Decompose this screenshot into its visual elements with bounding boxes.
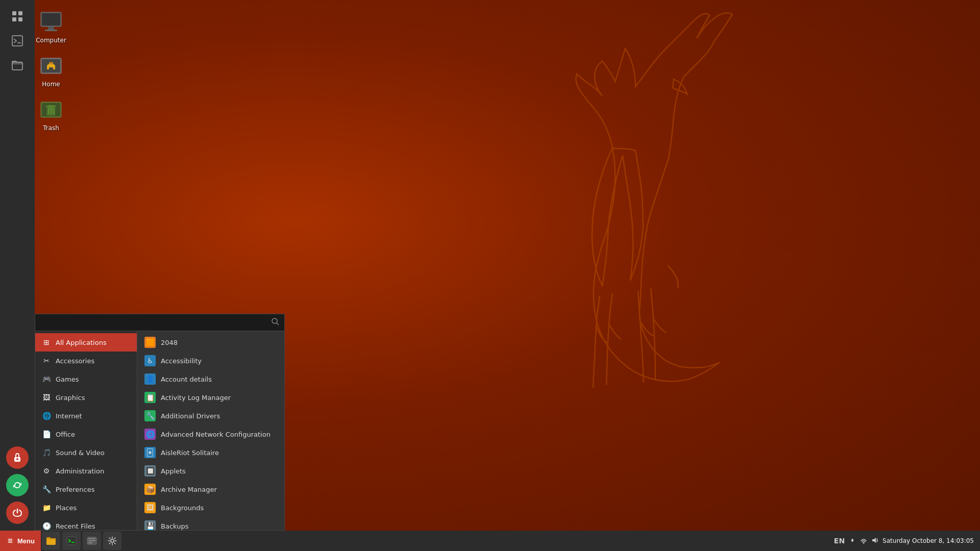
app-icon-app-accessibility: ♿ — [144, 355, 156, 366]
category-item-graphics[interactable]: 🖼 Graphics — [35, 388, 137, 407]
svg-point-21 — [16, 458, 18, 460]
sidebar-lock-btn[interactable] — [6, 446, 29, 469]
app-label-app-adv-network: Advanced Network Configuration — [161, 431, 271, 438]
svg-rect-19 — [12, 62, 22, 70]
category-item-internet[interactable]: 🌐 Internet — [35, 407, 137, 425]
app-label-app-activity-log: Activity Log Manager — [161, 394, 231, 402]
app-icon-app-backups: 💾 — [144, 520, 156, 530]
cat-label-graphics: Graphics — [56, 394, 85, 402]
computer-icon-label: Computer — [36, 37, 66, 44]
cat-label-internet: Internet — [56, 412, 82, 420]
svg-point-32 — [111, 539, 114, 542]
search-bar — [35, 314, 284, 331]
cat-icon-games: 🎮 — [41, 374, 52, 384]
svg-rect-30 — [88, 540, 95, 541]
svg-rect-3 — [45, 30, 57, 31]
cat-icon-all: ⊞ — [41, 337, 52, 347]
app-icon-app-archive-manager: 📦 — [144, 484, 156, 495]
category-item-all[interactable]: ⊞ All Applications — [35, 333, 137, 352]
tray-brightness[interactable] — [849, 537, 856, 545]
taskbar-terminal-btn[interactable] — [62, 532, 81, 550]
home-icon — [39, 54, 63, 79]
app-item-app-accessibility[interactable]: ♿ Accessibility — [137, 352, 284, 370]
app-item-app-backups[interactable]: 💾 Backups — [137, 517, 284, 530]
menu-label: Menu — [17, 537, 35, 545]
app-label-app-account: Account details — [161, 375, 212, 383]
app-icon-app-applets: 🔲 — [144, 465, 156, 477]
app-icon-app-2048: 🟧 — [144, 337, 156, 348]
cat-icon-places: 📁 — [41, 503, 52, 513]
svg-rect-13 — [12, 11, 16, 15]
cat-icon-graphics: 🖼 — [41, 392, 52, 403]
search-input[interactable] — [40, 318, 271, 327]
app-item-app-additional-drivers[interactable]: 🔧 Additional Drivers — [137, 407, 284, 425]
taskbar-settings-btn[interactable] — [103, 532, 121, 550]
app-label-app-backups: Backups — [161, 522, 188, 530]
home-icon-label: Home — [42, 81, 60, 88]
svg-rect-14 — [18, 11, 22, 15]
sidebar-power-btn[interactable] — [6, 502, 29, 524]
desktop: Computer Home — [0, 0, 980, 551]
category-item-office[interactable]: 📄 Office — [35, 425, 137, 443]
tray-volume[interactable] — [871, 537, 878, 545]
category-item-accessories[interactable]: ✂ Accessories — [35, 352, 137, 370]
sidebar-terminal-btn[interactable] — [6, 30, 29, 52]
app-icon-app-activity-log: 📋 — [144, 392, 156, 403]
svg-rect-26 — [67, 537, 76, 545]
taskbar-manager-btn[interactable] — [83, 532, 101, 550]
tray-lang[interactable]: EN — [834, 537, 845, 545]
app-label-app-additional-drivers: Additional Drivers — [161, 412, 220, 420]
sidebar-apps-btn[interactable] — [6, 5, 29, 28]
desktop-icon-computer[interactable]: Computer — [31, 10, 71, 44]
app-item-app-backgrounds[interactable]: 🖼 Backgrounds — [137, 498, 284, 517]
trash-icon-label: Trash — [43, 124, 59, 132]
app-icon-app-backgrounds: 🖼 — [144, 502, 156, 513]
app-item-app-activity-log[interactable]: 📋 Activity Log Manager — [137, 388, 284, 407]
app-item-app-adv-network[interactable]: 🌐 Advanced Network Configuration — [137, 425, 284, 443]
trash-icon — [39, 98, 63, 122]
svg-line-23 — [277, 323, 279, 325]
antelope-decoration — [419, 0, 878, 459]
cat-label-recent-files: Recent Files — [56, 522, 95, 530]
cat-icon-office: 📄 — [41, 429, 52, 439]
svg-rect-6 — [49, 62, 53, 64]
cat-label-accessories: Accessories — [56, 357, 94, 365]
app-label-app-backgrounds: Backgrounds — [161, 504, 204, 512]
svg-rect-17 — [12, 36, 22, 46]
category-item-sound-video[interactable]: 🎵 Sound & Video — [35, 443, 137, 462]
apps-panel: 🟧 2048 ♿ Accessibility 👤 Account details… — [137, 331, 284, 530]
taskbar-files-btn[interactable] — [42, 532, 60, 550]
sidebar-update-btn[interactable] — [6, 474, 29, 496]
sidebar-files-btn[interactable] — [6, 54, 29, 77]
taskbar-time: Saturday October 8, 14:03:05 — [883, 537, 974, 544]
cat-label-sound-video: Sound & Video — [56, 449, 105, 457]
app-item-app-account[interactable]: 👤 Account details — [137, 370, 284, 388]
category-item-administration[interactable]: ⚙ Administration — [35, 462, 137, 480]
cat-label-preferences: Preferences — [56, 486, 94, 493]
cat-label-places: Places — [56, 504, 77, 512]
category-item-games[interactable]: 🎮 Games — [35, 370, 137, 388]
app-label-app-aisle-riot: AisleRiot Solitaire — [161, 449, 219, 457]
svg-rect-16 — [18, 17, 22, 21]
menu-button[interactable]: Menu — [0, 531, 41, 551]
app-menu: ⊞ All Applications ✂ Accessories 🎮 Games… — [35, 314, 285, 531]
category-item-recent-files[interactable]: 🕐 Recent Files — [35, 517, 137, 530]
app-item-app-archive-manager[interactable]: 📦 Archive Manager — [137, 480, 284, 498]
desktop-icons: Computer Home — [31, 10, 71, 132]
category-item-preferences[interactable]: 🔧 Preferences — [35, 480, 137, 498]
app-item-app-applets[interactable]: 🔲 Applets — [137, 462, 284, 480]
tray-network[interactable] — [860, 537, 867, 545]
sidebar — [0, 0, 35, 531]
cat-label-administration: Administration — [56, 467, 104, 475]
cat-label-all: All Applications — [56, 339, 107, 346]
svg-rect-29 — [88, 538, 95, 539]
desktop-icon-trash[interactable]: Trash — [31, 98, 71, 132]
svg-line-12 — [53, 107, 54, 114]
desktop-icon-home[interactable]: Home — [31, 54, 71, 88]
category-item-places[interactable]: 📁 Places — [35, 498, 137, 517]
cat-icon-accessories: ✂ — [41, 356, 52, 366]
svg-line-10 — [48, 107, 49, 114]
app-icon-app-account: 👤 — [144, 373, 156, 385]
app-item-app-aisle-riot[interactable]: 🃏 AisleRiot Solitaire — [137, 443, 284, 462]
app-item-app-2048[interactable]: 🟧 2048 — [137, 333, 284, 352]
